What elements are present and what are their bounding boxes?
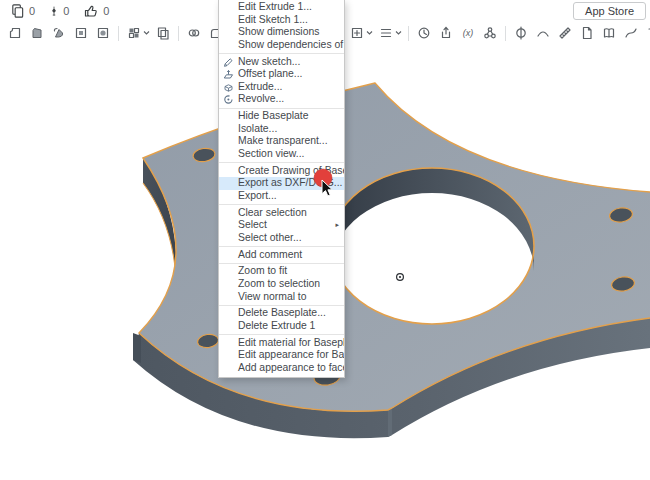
revolve-icon[interactable] (48, 22, 70, 44)
menu-item-offset-plane[interactable]: Offset plane... (219, 68, 344, 81)
menu-item-add-comment[interactable]: Add comment (219, 249, 344, 262)
offset-plane-icon (223, 69, 234, 81)
menu-item-revolve[interactable]: Revolve... (219, 93, 344, 106)
menu-item-label: Zoom to selection (238, 278, 320, 289)
menu-item-edit-sketch-1[interactable]: Edit Sketch 1... (219, 14, 344, 27)
baseplate-corner-face[interactable] (388, 408, 392, 437)
menu-item-label: Delete Extrude 1 (238, 320, 315, 331)
linked-documents-icon[interactable] (479, 22, 501, 44)
menu-item-label: Hide Baseplate (238, 110, 308, 121)
menu-item-isolate[interactable]: Isolate... (219, 123, 344, 136)
variables-icon[interactable]: (x) (457, 22, 479, 44)
pencil-icon (223, 57, 234, 69)
revolve-feature-icon (223, 94, 234, 106)
extrude-feature-icon (223, 82, 234, 94)
menu-item-extrude[interactable]: Extrude... (219, 81, 344, 94)
menu-item-label: Extrude... (238, 81, 282, 92)
menu-item-label: Clear selection (238, 207, 307, 218)
menu-item-delete-extrude-1[interactable]: Delete Extrude 1 (219, 320, 344, 333)
menu-item-zoom-to-selection[interactable]: Zoom to selection (219, 278, 344, 291)
menu-item-make-transparent[interactable]: Make transparent... (219, 135, 344, 148)
baseplate-part[interactable] (133, 83, 650, 438)
wrap-icon[interactable] (532, 22, 554, 44)
menu-item-label: Revolve... (238, 93, 284, 104)
menu-item-label: Section view... (238, 148, 304, 159)
chevron-down-icon[interactable] (365, 22, 374, 44)
header-stat[interactable]: 0 (49, 3, 69, 19)
hole-icon[interactable] (510, 22, 532, 44)
pattern-icon[interactable] (152, 22, 174, 44)
face-icon[interactable] (70, 22, 92, 44)
menu-item-label: Make transparent... (238, 135, 328, 146)
menu-separator (219, 334, 344, 335)
thumbs-up-icon (83, 3, 99, 19)
menu-item-label: View normal to (238, 291, 307, 302)
appearance-icon[interactable] (183, 22, 205, 44)
menu-item-hide-baseplate[interactable]: Hide Baseplate (219, 110, 344, 123)
spline-icon[interactable] (620, 22, 642, 44)
baseplate-corner-face[interactable] (133, 333, 141, 363)
menu-item-new-sketch[interactable]: New sketch... (219, 56, 344, 69)
stat-count: 0 (63, 5, 69, 17)
origin-marker-icon[interactable] (397, 274, 404, 281)
fork-icon (10, 3, 25, 19)
stat-count: 0 (29, 5, 35, 17)
toolbar-group (123, 22, 174, 44)
menu-item-label: Create Drawing of Baseplate... (238, 165, 344, 176)
toolbar-divider (178, 26, 179, 41)
menu-item-export[interactable]: Export... (219, 190, 344, 203)
menu-item-edit-material-for-baseplate[interactable]: Edit material for Baseplate... (219, 337, 344, 350)
menu-item-select-other[interactable]: Select other... (219, 232, 344, 245)
menu-separator (219, 162, 344, 163)
menu-item-label: Select (238, 219, 267, 230)
menu-item-clear-selection[interactable]: Clear selection (219, 207, 344, 220)
header-stat[interactable]: 0 (83, 3, 109, 19)
menu-item-section-view[interactable]: Section view... (219, 148, 344, 161)
toolbar-group (346, 22, 404, 44)
toolbar-divider (118, 26, 119, 41)
menu-separator (219, 246, 344, 247)
menu-item-create-drawing-of-baseplate[interactable]: Create Drawing of Baseplate... (219, 165, 344, 178)
extrude-icon[interactable] (26, 22, 48, 44)
submenu-arrow-icon: ▸ (335, 219, 339, 232)
sketch-icon[interactable] (4, 22, 26, 44)
menu-separator (219, 53, 344, 54)
chevron-down-icon[interactable] (142, 22, 151, 44)
toolbar-divider (408, 26, 409, 41)
svg-text:(x): (x) (463, 28, 474, 38)
app-store-button[interactable]: App Store (573, 2, 646, 20)
menu-item-label: Offset plane... (238, 68, 303, 79)
toolbar-group (510, 22, 650, 44)
measure-icon[interactable] (554, 22, 576, 44)
menu-item-label: Edit Extrude 1... (238, 1, 312, 12)
menu-item-show-dimensions[interactable]: Show dimensions (219, 26, 344, 39)
menu-item-label: Isolate... (238, 123, 277, 134)
header-stats: 000 (0, 3, 109, 19)
header-stat[interactable]: 0 (10, 3, 35, 19)
menu-item-zoom-to-fit[interactable]: Zoom to fit (219, 265, 344, 278)
menu-separator (219, 305, 344, 306)
menu-item-label: Edit Sketch 1... (238, 14, 308, 25)
menu-item-label: Edit material for Baseplate... (238, 337, 344, 348)
menu-item-select[interactable]: Select▸ (219, 219, 344, 232)
menu-item-label: Export... (238, 190, 277, 201)
toolbar-group: (x) (413, 22, 501, 44)
menu-item-add-appearance-to-face[interactable]: Add appearance to face... (219, 362, 344, 375)
menu-item-label: Show dimensions (238, 26, 319, 37)
menu-item-label: Add appearance to face... (238, 362, 344, 373)
menu-separator (219, 204, 344, 205)
book-icon[interactable] (598, 22, 620, 44)
menu-item-delete-baseplate[interactable]: Delete Baseplate... (219, 307, 344, 320)
history-icon[interactable] (413, 22, 435, 44)
export-icon[interactable] (435, 22, 457, 44)
chevron-down-icon[interactable] (394, 22, 403, 44)
menu-item-view-normal-to[interactable]: View normal to (219, 291, 344, 304)
clip-icon[interactable] (642, 22, 650, 44)
menu-separator (219, 108, 344, 109)
menu-item-export-as-dxf-dwg[interactable]: Export as DXF/DWG... (219, 177, 344, 190)
sheet-icon[interactable] (576, 22, 598, 44)
menu-item-edit-extrude-1[interactable]: Edit Extrude 1... (219, 1, 344, 14)
menu-item-show-dependencies-of-extrude-1[interactable]: Show dependencies of Extrude 1... (219, 39, 344, 52)
boss-icon[interactable] (92, 22, 114, 44)
menu-item-edit-appearance-for-baseplate[interactable]: Edit appearance for Baseplate... (219, 349, 344, 362)
